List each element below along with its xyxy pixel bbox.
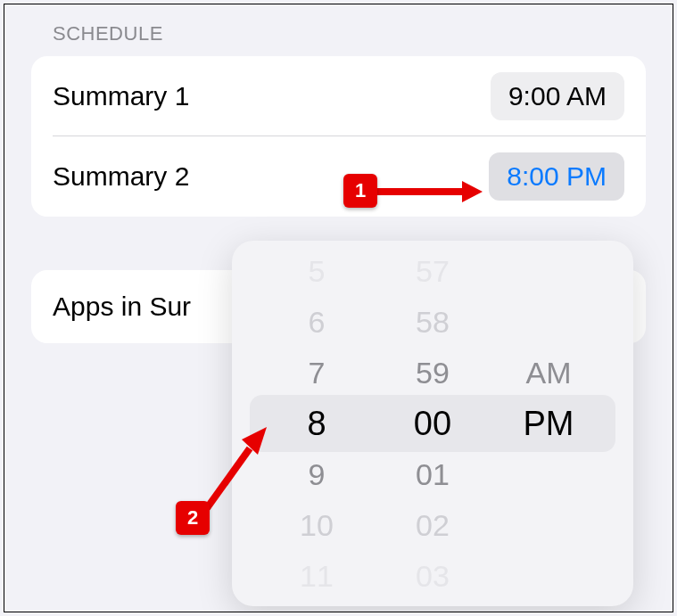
picker-minute-option[interactable]: 02	[416, 500, 450, 551]
picker-hour-option[interactable]: 10	[300, 500, 334, 551]
time-chip-summary1[interactable]: 9:00 AM	[491, 72, 624, 120]
picker-hours-column[interactable]: 5 6 7 8 9 10 11	[259, 246, 375, 602]
annotation-arrow-1	[377, 178, 483, 205]
schedule-list: Summary 1 9:00 AM Summary 2 8:00 PM	[31, 56, 646, 217]
schedule-row-summary1[interactable]: Summary 1 9:00 AM	[31, 56, 646, 136]
picker-period-option[interactable]: AM	[526, 348, 572, 398]
picker-hour-option[interactable]: 7	[309, 348, 326, 398]
annotation-callout-2: 2	[176, 501, 210, 535]
picker-period-selected[interactable]: PM	[524, 398, 574, 449]
picker-period-column[interactable]: AM PM	[491, 246, 607, 602]
picker-minute-option[interactable]: 59	[416, 348, 450, 398]
picker-minute-option[interactable]: 03	[416, 551, 450, 602]
section-header-schedule: SCHEDULE	[53, 22, 646, 45]
row-label: Summary 2	[53, 161, 189, 192]
annotation-arrow-2	[202, 423, 274, 513]
apps-label-partial: Apps in Sur	[53, 292, 191, 322]
picker-minute-option[interactable]: 58	[416, 297, 450, 348]
picker-minute-option[interactable]: 57	[416, 246, 450, 297]
picker-hour-option[interactable]: 5	[309, 246, 326, 297]
schedule-row-summary2[interactable]: Summary 2 8:00 PM	[31, 136, 646, 217]
picker-minute-option[interactable]: 01	[416, 449, 450, 500]
picker-hour-option[interactable]: 11	[300, 551, 334, 602]
time-chip-summary2[interactable]: 8:00 PM	[489, 152, 624, 201]
time-picker-popup: 5 6 7 8 9 10 11 57 58 59 00 01 02 03 AM	[232, 241, 633, 606]
picker-minutes-column[interactable]: 57 58 59 00 01 02 03	[375, 246, 491, 602]
picker-hour-option[interactable]: 9	[309, 449, 326, 500]
annotation-callout-1: 1	[343, 174, 377, 208]
picker-hour-selected[interactable]: 8	[307, 398, 326, 449]
svg-line-2	[207, 448, 250, 508]
picker-hour-option[interactable]: 6	[309, 297, 326, 348]
svg-marker-1	[462, 181, 483, 202]
row-label: Summary 1	[53, 81, 189, 111]
picker-minute-selected[interactable]: 00	[414, 398, 451, 449]
